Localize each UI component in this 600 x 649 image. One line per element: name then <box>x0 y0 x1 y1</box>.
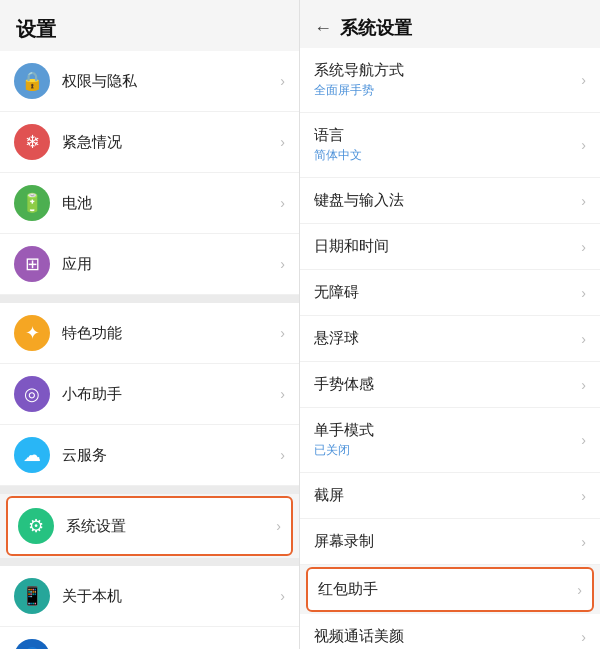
sidebar-label-permissions: 权限与隐私 <box>62 72 280 91</box>
right-item-sub-onehand: 已关闭 <box>314 442 573 459</box>
chevron-right-icon: › <box>280 134 285 150</box>
sidebar-label-system: 系统设置 <box>66 517 276 536</box>
sidebar-label-cloud: 云服务 <box>62 446 280 465</box>
right-list: 系统导航方式全面屏手势›语言简体中文›键盘与输入法›日期和时间›无障碍›悬浮球›… <box>300 48 600 649</box>
sidebar-label-assistant: 小布助手 <box>62 385 280 404</box>
assistant-icon: ◎ <box>14 376 50 412</box>
chevron-right-icon: › <box>280 325 285 341</box>
sidebar-item-assistant[interactable]: ◎小布助手› <box>0 364 299 425</box>
right-item-datetime[interactable]: 日期和时间› <box>300 224 600 270</box>
left-header: 设置 <box>0 0 299 51</box>
right-item-content-keyboard: 键盘与输入法 <box>314 191 573 210</box>
right-item-content-gesture: 手势体感 <box>314 375 573 394</box>
right-chevron-icon: › <box>577 582 582 598</box>
back-button[interactable]: ← <box>314 18 332 39</box>
right-item-accessibility[interactable]: 无障碍› <box>300 270 600 316</box>
right-chevron-icon: › <box>581 629 586 645</box>
battery-icon: 🔋 <box>14 185 50 221</box>
right-item-content-datetime: 日期和时间 <box>314 237 573 256</box>
right-header: ← 系统设置 <box>300 0 600 48</box>
chevron-right-icon: › <box>280 386 285 402</box>
chevron-right-icon: › <box>280 256 285 272</box>
right-title: 系统设置 <box>340 16 412 40</box>
chevron-right-icon: › <box>280 195 285 211</box>
right-item-label-screenshot: 截屏 <box>314 486 573 505</box>
sidebar-item-about[interactable]: 📱关于本机› <box>0 566 299 627</box>
right-item-content-nav: 系统导航方式全面屏手势 <box>314 61 573 99</box>
chevron-right-icon: › <box>276 518 281 534</box>
right-item-label-floatball: 悬浮球 <box>314 329 573 348</box>
right-panel: ← 系统设置 系统导航方式全面屏手势›语言简体中文›键盘与输入法›日期和时间›无… <box>300 0 600 649</box>
right-item-label-redpacket: 红包助手 <box>318 580 569 599</box>
permissions-icon: 🔒 <box>14 63 50 99</box>
sidebar-label-special: 特色功能 <box>62 324 280 343</box>
chevron-right-icon: › <box>280 447 285 463</box>
right-item-content-videocall: 视频通话美颜 <box>314 627 573 646</box>
right-chevron-icon: › <box>581 239 586 255</box>
apps-icon: ⊞ <box>14 246 50 282</box>
sidebar-label-emergency: 紧急情况 <box>62 133 280 152</box>
right-item-content-redpacket: 红包助手 <box>318 580 569 599</box>
right-item-sub-nav: 全面屏手势 <box>314 82 573 99</box>
sidebar-item-permissions[interactable]: 🔒权限与隐私› <box>0 51 299 112</box>
right-item-content-onehand: 单手模式已关闭 <box>314 421 573 459</box>
right-item-label-screenrecord: 屏幕录制 <box>314 532 573 551</box>
chevron-right-icon: › <box>280 73 285 89</box>
sidebar-item-special[interactable]: ✦特色功能› <box>0 303 299 364</box>
right-item-label-nav: 系统导航方式 <box>314 61 573 80</box>
special-icon: ✦ <box>14 315 50 351</box>
right-item-videocall[interactable]: 视频通话美颜› <box>300 614 600 649</box>
right-chevron-icon: › <box>581 534 586 550</box>
right-item-keyboard[interactable]: 键盘与输入法› <box>300 178 600 224</box>
about-icon: 📱 <box>14 578 50 614</box>
right-item-label-keyboard: 键盘与输入法 <box>314 191 573 210</box>
sidebar-item-battery[interactable]: 🔋电池› <box>0 173 299 234</box>
right-chevron-icon: › <box>581 488 586 504</box>
right-item-sub-lang: 简体中文 <box>314 147 573 164</box>
right-item-screenrecord[interactable]: 屏幕录制› <box>300 519 600 565</box>
chevron-right-icon: › <box>280 588 285 604</box>
right-item-content-accessibility: 无障碍 <box>314 283 573 302</box>
right-item-onehand[interactable]: 单手模式已关闭› <box>300 408 600 473</box>
right-item-content-screenshot: 截屏 <box>314 486 573 505</box>
right-chevron-icon: › <box>581 432 586 448</box>
right-chevron-icon: › <box>581 137 586 153</box>
left-panel: 设置 🔒权限与隐私›❄紧急情况›🔋电池›⊞应用›✦特色功能›◎小布助手›☁云服务… <box>0 0 300 649</box>
sidebar-label-apps: 应用 <box>62 255 280 274</box>
sidebar-label-battery: 电池 <box>62 194 280 213</box>
sidebar-item-account[interactable]: 👤用户与帐号› <box>0 627 299 649</box>
right-chevron-icon: › <box>581 377 586 393</box>
cloud-icon: ☁ <box>14 437 50 473</box>
right-item-label-lang: 语言 <box>314 126 573 145</box>
right-chevron-icon: › <box>581 193 586 209</box>
left-list: 🔒权限与隐私›❄紧急情况›🔋电池›⊞应用›✦特色功能›◎小布助手›☁云服务›⚙系… <box>0 51 299 649</box>
right-item-screenshot[interactable]: 截屏› <box>300 473 600 519</box>
right-item-gesture[interactable]: 手势体感› <box>300 362 600 408</box>
sidebar-item-emergency[interactable]: ❄紧急情况› <box>0 112 299 173</box>
right-item-label-gesture: 手势体感 <box>314 375 573 394</box>
right-chevron-icon: › <box>581 72 586 88</box>
sidebar-item-cloud[interactable]: ☁云服务› <box>0 425 299 486</box>
right-chevron-icon: › <box>581 285 586 301</box>
sidebar-item-apps[interactable]: ⊞应用› <box>0 234 299 295</box>
right-item-nav[interactable]: 系统导航方式全面屏手势› <box>300 48 600 113</box>
emergency-icon: ❄ <box>14 124 50 160</box>
right-item-label-onehand: 单手模式 <box>314 421 573 440</box>
sidebar-item-system[interactable]: ⚙系统设置› <box>6 496 293 556</box>
right-item-redpacket[interactable]: 红包助手› <box>306 567 594 612</box>
right-item-lang[interactable]: 语言简体中文› <box>300 113 600 178</box>
right-item-content-screenrecord: 屏幕录制 <box>314 532 573 551</box>
right-item-label-accessibility: 无障碍 <box>314 283 573 302</box>
right-item-label-videocall: 视频通话美颜 <box>314 627 573 646</box>
right-item-content-floatball: 悬浮球 <box>314 329 573 348</box>
account-icon: 👤 <box>14 639 50 649</box>
right-item-floatball[interactable]: 悬浮球› <box>300 316 600 362</box>
right-item-content-lang: 语言简体中文 <box>314 126 573 164</box>
system-icon: ⚙ <box>18 508 54 544</box>
right-chevron-icon: › <box>581 331 586 347</box>
right-item-label-datetime: 日期和时间 <box>314 237 573 256</box>
sidebar-label-about: 关于本机 <box>62 587 280 606</box>
